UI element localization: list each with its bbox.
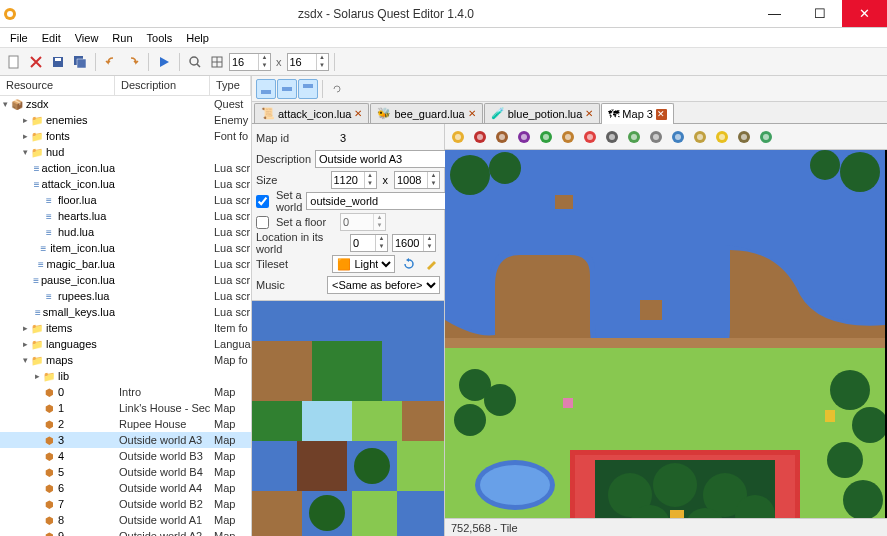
- height-spinner[interactable]: ▲▼: [394, 171, 440, 189]
- tree-row[interactable]: ▸📁languagesLangua: [0, 336, 251, 352]
- tileset-select[interactable]: 🟧 Light: [332, 255, 395, 273]
- redo-button[interactable]: [123, 52, 143, 72]
- menu-file[interactable]: File: [4, 30, 34, 46]
- svg-rect-4: [55, 58, 61, 61]
- entity-lever-button[interactable]: [734, 127, 754, 147]
- entity-pot-button[interactable]: [492, 127, 512, 147]
- new-button[interactable]: [4, 52, 24, 72]
- entity-chest-button[interactable]: [558, 127, 578, 147]
- width-spinner[interactable]: ▲▼: [331, 171, 377, 189]
- col-type[interactable]: Type: [210, 76, 251, 95]
- col-description[interactable]: Description: [115, 76, 210, 95]
- menu-edit[interactable]: Edit: [36, 30, 67, 46]
- tree-row[interactable]: ⬢2Rupee HouseMap: [0, 416, 251, 432]
- map-canvas[interactable]: [445, 150, 887, 518]
- tree-row[interactable]: ≡pause_icon.luaLua scr: [0, 272, 251, 288]
- entity-sep-button[interactable]: [646, 127, 666, 147]
- maximize-button[interactable]: ☐: [797, 0, 842, 27]
- tileset-view[interactable]: [252, 301, 444, 536]
- entity-sound-button[interactable]: [690, 127, 710, 147]
- tree-row[interactable]: ⬢1Link's House - Secret roomMap: [0, 400, 251, 416]
- tree-row[interactable]: ≡attack_icon.luaLua scr: [0, 176, 251, 192]
- menu-run[interactable]: Run: [106, 30, 138, 46]
- tree-row[interactable]: ≡rupees.luaLua scr: [0, 288, 251, 304]
- entity-bug-button[interactable]: [756, 127, 776, 147]
- save-button[interactable]: [48, 52, 68, 72]
- tree-row[interactable]: ⬢0IntroMap: [0, 384, 251, 400]
- world-input[interactable]: [306, 192, 452, 210]
- window-title: zsdx - Solarus Quest Editor 1.4.0: [20, 7, 752, 21]
- entity-block-button[interactable]: [602, 127, 622, 147]
- save-all-button[interactable]: [70, 52, 90, 72]
- layer-mid-button[interactable]: [277, 79, 297, 99]
- entity-guard-button[interactable]: [536, 127, 556, 147]
- menu-tools[interactable]: Tools: [141, 30, 179, 46]
- close-button[interactable]: ✕: [842, 0, 887, 27]
- tab[interactable]: 🧪blue_potion.lua✕: [484, 103, 601, 123]
- tree-row[interactable]: ▾📁mapsMap fo: [0, 352, 251, 368]
- tree-row[interactable]: ≡floor.luaLua scr: [0, 192, 251, 208]
- tab-close-icon[interactable]: ✕: [468, 108, 476, 119]
- tree-row[interactable]: ▾📁hud: [0, 144, 251, 160]
- tab[interactable]: 🗺Map 3✕: [601, 103, 674, 124]
- minimize-button[interactable]: —: [752, 0, 797, 27]
- tree-row[interactable]: ⬢8Outside world A1Map: [0, 512, 251, 528]
- desc-input[interactable]: [315, 150, 461, 168]
- svg-point-92: [827, 442, 863, 478]
- entity-question-button[interactable]: [624, 127, 644, 147]
- locy-spinner[interactable]: ▲▼: [392, 234, 436, 252]
- tree-row[interactable]: ⬢3Outside world A3Map: [0, 432, 251, 448]
- tree-row[interactable]: ▸📁itemsItem fo: [0, 320, 251, 336]
- floor-checkbox[interactable]: [256, 216, 269, 229]
- tree-row[interactable]: ⬢5Outside world B4Map: [0, 464, 251, 480]
- tab[interactable]: 📜attack_icon.lua✕: [254, 103, 369, 123]
- tree-row[interactable]: ≡magic_bar.luaLua scr: [0, 256, 251, 272]
- tab-close-icon[interactable]: ✕: [585, 108, 593, 119]
- tree-row[interactable]: ⬢6Outside world A4Map: [0, 480, 251, 496]
- locx-spinner[interactable]: ▲▼: [350, 234, 388, 252]
- layer-high-button[interactable]: [298, 79, 318, 99]
- tree-row[interactable]: ≡hearts.luaLua scr: [0, 208, 251, 224]
- tab-close-icon[interactable]: ✕: [656, 109, 667, 120]
- world-checkbox[interactable]: [256, 195, 269, 208]
- music-select[interactable]: <Same as before>: [327, 276, 440, 294]
- reload-tileset-button[interactable]: [399, 254, 417, 274]
- entity-warp-button[interactable]: [712, 127, 732, 147]
- grid-width-spinner[interactable]: ▲▼: [229, 53, 271, 71]
- menu-help[interactable]: Help: [180, 30, 215, 46]
- tree-row[interactable]: ▸📁fontsFont fo: [0, 128, 251, 144]
- svg-line-8: [197, 64, 200, 67]
- tree-row[interactable]: ⬢4Outside world B3Map: [0, 448, 251, 464]
- col-resource[interactable]: Resource: [0, 76, 115, 95]
- svg-rect-27: [397, 441, 444, 491]
- grid-height-spinner[interactable]: ▲▼: [287, 53, 329, 71]
- entity-star-button[interactable]: [580, 127, 600, 147]
- menu-view[interactable]: View: [69, 30, 105, 46]
- edit-tileset-button[interactable]: [422, 254, 440, 274]
- run-button[interactable]: [154, 52, 174, 72]
- tree-row[interactable]: ≡hud.luaLua scr: [0, 224, 251, 240]
- grid-button[interactable]: [207, 52, 227, 72]
- tree-row[interactable]: ▾📦zsdxQuest: [0, 96, 251, 112]
- tab-close-icon[interactable]: ✕: [354, 108, 362, 119]
- tree-row[interactable]: ▸📁lib: [0, 368, 251, 384]
- tree-row[interactable]: ▸📁enemiesEnemy: [0, 112, 251, 128]
- link-icon[interactable]: [327, 79, 347, 99]
- entity-hero-button[interactable]: [448, 127, 468, 147]
- undo-button[interactable]: [101, 52, 121, 72]
- delete-button[interactable]: [26, 52, 46, 72]
- entity-npc-button[interactable]: [668, 127, 688, 147]
- layer-low-button[interactable]: [256, 79, 276, 99]
- tree-row[interactable]: ≡small_keys.luaLua scr: [0, 304, 251, 320]
- entity-flower-button[interactable]: [470, 127, 490, 147]
- svg-rect-21: [302, 401, 352, 441]
- tree-row[interactable]: ≡action_icon.luaLua scr: [0, 160, 251, 176]
- zoom-button[interactable]: [185, 52, 205, 72]
- entity-crystal-button[interactable]: [514, 127, 534, 147]
- floor-spinner[interactable]: ▲▼: [340, 213, 386, 231]
- tree-body[interactable]: ▾📦zsdxQuest▸📁enemiesEnemy▸📁fontsFont fo▾…: [0, 96, 251, 536]
- tree-row[interactable]: ⬢7Outside world B2Map: [0, 496, 251, 512]
- tree-row[interactable]: ≡item_icon.luaLua scr: [0, 240, 251, 256]
- tree-row[interactable]: ⬢9Outside world A2Map: [0, 528, 251, 536]
- tab[interactable]: 🐝bee_guard.lua✕: [370, 103, 482, 123]
